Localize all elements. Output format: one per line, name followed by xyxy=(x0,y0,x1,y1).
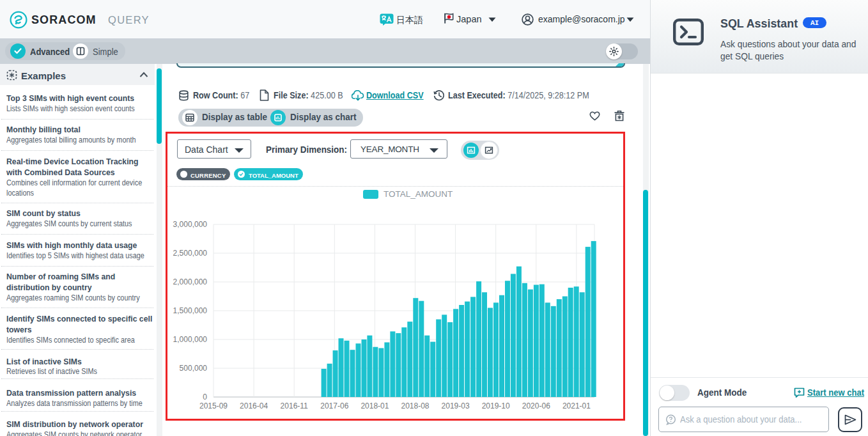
svg-text:2,500,000: 2,500,000 xyxy=(173,249,208,258)
svg-text:2016-04: 2016-04 xyxy=(240,401,268,410)
svg-text:500,000: 500,000 xyxy=(180,364,208,373)
svg-text:2018-08: 2018-08 xyxy=(401,401,429,410)
svg-text:2,000,000: 2,000,000 xyxy=(173,277,208,286)
svg-text:2019-03: 2019-03 xyxy=(442,401,470,410)
svg-text:2016-11: 2016-11 xyxy=(281,401,308,410)
svg-text:2015-09: 2015-09 xyxy=(199,401,228,410)
svg-text:1,000,000: 1,000,000 xyxy=(173,335,208,344)
svg-text:2019-10: 2019-10 xyxy=(482,401,510,410)
svg-text:2017-06: 2017-06 xyxy=(320,401,348,410)
svg-text:2021-01: 2021-01 xyxy=(562,401,591,410)
svg-text:2020-06: 2020-06 xyxy=(522,401,550,410)
svg-text:3,000,000: 3,000,000 xyxy=(173,220,208,229)
svg-text:1,500,000: 1,500,000 xyxy=(173,306,208,315)
svg-text:2018-01: 2018-01 xyxy=(360,401,389,410)
svg-text:0: 0 xyxy=(203,393,207,401)
